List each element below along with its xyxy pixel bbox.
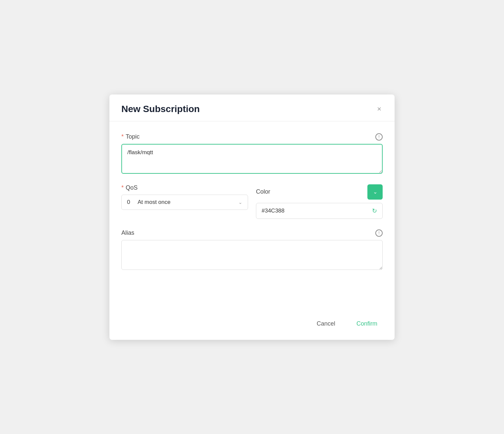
color-hex-value: #34C388	[262, 208, 369, 214]
color-label-row: Color ⌄	[256, 184, 383, 200]
alias-label-row: Alias !	[121, 229, 383, 237]
color-swatch-button[interactable]: ⌄	[367, 184, 383, 200]
color-label: Color	[256, 188, 270, 195]
qos-color-row: * QoS 0 At most once ⌄ Color ⌄	[121, 184, 383, 219]
topic-required-star: *	[121, 133, 124, 140]
dialog-title: New Subscription	[121, 104, 200, 114]
topic-label-text: Topic	[126, 133, 140, 140]
color-label-text: Color	[256, 188, 270, 195]
qos-label-row: * QoS	[121, 184, 248, 191]
dialog-body: * Topic ! /flask/mqtt * QoS	[109, 121, 395, 312]
alias-label: Alias	[121, 229, 134, 236]
qos-label-text: QoS	[126, 184, 138, 191]
topic-field-group: * Topic ! /flask/mqtt	[121, 133, 383, 174]
alias-input[interactable]	[121, 240, 383, 270]
dialog-header: New Subscription ×	[109, 94, 395, 121]
close-icon: ×	[377, 105, 381, 113]
color-field-group: Color ⌄ #34C388 ↻	[256, 184, 383, 219]
topic-input[interactable]: /flask/mqtt	[121, 144, 383, 174]
chevron-down-icon: ⌄	[238, 200, 242, 205]
refresh-icon[interactable]: ↻	[372, 207, 377, 215]
alias-info-icon[interactable]: !	[375, 229, 383, 237]
qos-text: At most once	[138, 199, 234, 206]
alias-field-group: Alias !	[121, 229, 383, 270]
chevron-down-icon: ⌄	[373, 189, 377, 195]
qos-required-star: *	[121, 184, 124, 191]
qos-label: * QoS	[121, 184, 138, 191]
new-subscription-dialog: New Subscription × * Topic ! /flask/mqtt	[109, 94, 395, 340]
dialog-footer: Cancel Confirm	[109, 312, 395, 340]
topic-info-icon[interactable]: !	[375, 133, 383, 141]
confirm-button[interactable]: Confirm	[351, 317, 383, 331]
qos-number: 0	[127, 199, 134, 206]
alias-label-text: Alias	[121, 229, 134, 236]
qos-select[interactable]: 0 At most once ⌄	[121, 195, 248, 210]
cancel-button[interactable]: Cancel	[311, 317, 341, 331]
close-button[interactable]: ×	[376, 104, 383, 114]
topic-label-row: * Topic !	[121, 133, 383, 141]
topic-label: * Topic	[121, 133, 140, 140]
color-input-box: #34C388 ↻	[256, 203, 383, 219]
info-icon-symbol: !	[378, 134, 380, 139]
qos-field-group: * QoS 0 At most once ⌄	[121, 184, 248, 210]
info-icon-symbol: !	[378, 230, 380, 235]
